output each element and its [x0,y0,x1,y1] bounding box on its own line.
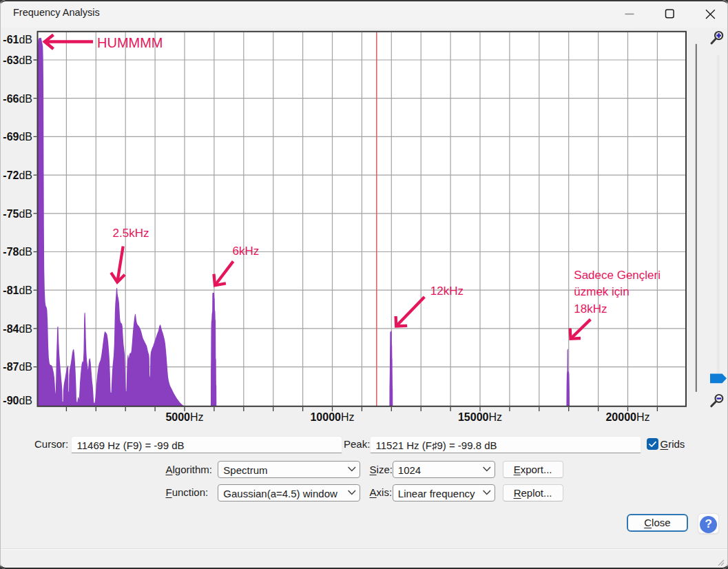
svg-text:10000Hz: 10000Hz [310,411,354,423]
svg-text:-75dB: -75dB [3,208,32,220]
svg-text:12kHz: 12kHz [430,284,464,298]
svg-text:-63dB: -63dB [3,54,32,66]
svg-text:-84dB: -84dB [3,323,32,335]
svg-text:-72dB: -72dB [3,169,32,181]
svg-text:-69dB: -69dB [3,131,32,143]
svg-text:6kHz: 6kHz [233,245,260,258]
svg-text:HUMMMM: HUMMMM [97,35,163,50]
svg-text:-61dB: -61dB [3,34,32,45]
svg-text:20000Hz: 20000Hz [605,411,649,423]
svg-text:-87dB: -87dB [3,361,32,373]
svg-text:18kHz: 18kHz [574,302,607,315]
svg-text:5000Hz: 5000Hz [165,411,203,423]
svg-text:-66dB: -66dB [3,93,32,105]
svg-text:-78dB: -78dB [3,246,32,258]
svg-text:üzmek için: üzmek için [574,285,629,298]
svg-text:15000Hz: 15000Hz [458,411,502,423]
svg-text:2.5kHz: 2.5kHz [113,227,149,240]
svg-text:-90dB: -90dB [3,395,32,406]
svg-text:-81dB: -81dB [3,284,32,296]
svg-text:Sadece Gençleri: Sadece Gençleri [574,269,661,282]
